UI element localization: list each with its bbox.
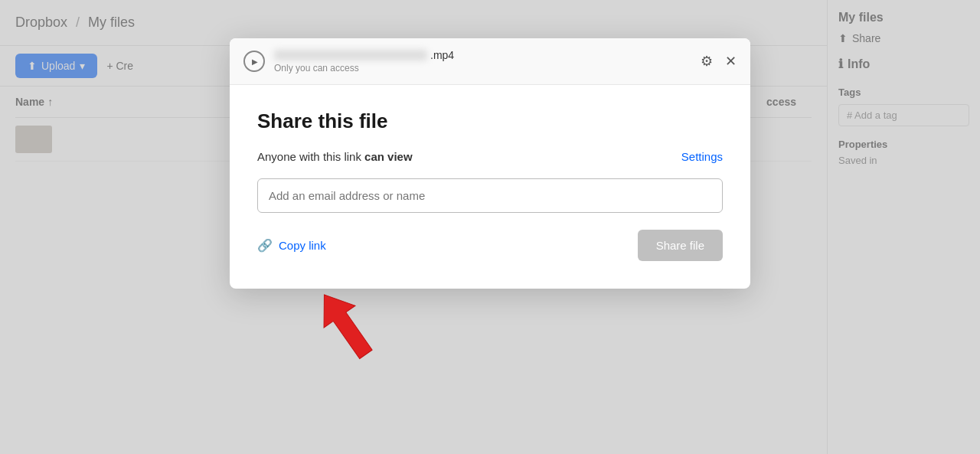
modal-body: Share this file Anyone with this link ca…	[230, 85, 750, 289]
modal-title: Share this file	[257, 109, 723, 133]
filename-area: .mp4 Only you can access	[274, 49, 701, 73]
play-button[interactable]: ▶	[243, 51, 265, 72]
modal-header: ▶ .mp4 Only you can access ⚙ ✕	[230, 38, 750, 85]
copy-link-button[interactable]: 🔗 Copy link	[257, 238, 326, 253]
share-file-button[interactable]: Share file	[638, 230, 723, 261]
close-icon[interactable]: ✕	[725, 53, 737, 70]
share-file-label: Share file	[656, 239, 704, 252]
modal-link-description: Anyone with this link can view Settings	[257, 150, 723, 163]
link-prefix: Anyone with this link	[257, 150, 361, 163]
modal-header-actions: ⚙ ✕	[701, 53, 737, 70]
link-description-left: Anyone with this link can view	[257, 150, 413, 163]
link-icon: 🔗	[257, 238, 273, 253]
filename-suffix: .mp4	[430, 49, 454, 61]
email-input[interactable]	[257, 178, 723, 213]
filename-blur	[274, 50, 427, 60]
settings-link[interactable]: Settings	[681, 150, 723, 163]
can-view-text: can view	[364, 150, 413, 163]
modal-filename: .mp4	[274, 49, 701, 61]
modal-footer: 🔗 Copy link Share file	[257, 230, 723, 261]
settings-gear-icon[interactable]: ⚙	[701, 53, 713, 70]
copy-link-label: Copy link	[279, 239, 326, 252]
share-modal: ▶ .mp4 Only you can access ⚙ ✕ Share thi…	[230, 38, 750, 289]
play-icon: ▶	[252, 57, 258, 66]
modal-access-text: Only you can access	[274, 63, 701, 73]
